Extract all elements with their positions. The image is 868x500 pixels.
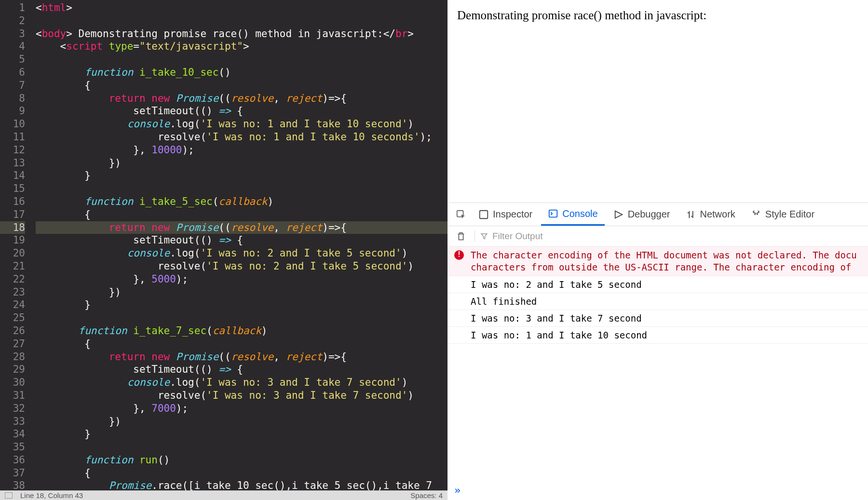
- filter-placeholder: Filter Output: [492, 231, 543, 242]
- code-editor-pane: 1234567891011121314151617181920212223242…: [0, 0, 448, 500]
- code-line[interactable]: }, 10000);: [36, 144, 448, 157]
- editor-area[interactable]: 1234567891011121314151617181920212223242…: [0, 0, 448, 490]
- console-log[interactable]: I was no: 2 and I take 5 second: [448, 276, 868, 293]
- code-line[interactable]: }): [36, 286, 448, 299]
- tab-inspector[interactable]: Inspector: [472, 203, 539, 226]
- devtools-tabbar: Inspector Console Debugger Network Style…: [448, 203, 868, 226]
- code-line[interactable]: {: [36, 338, 448, 351]
- error-icon: !: [454, 250, 464, 260]
- code-line[interactable]: console.log('I was no: 3 and I take 7 se…: [36, 376, 448, 389]
- tab-label: Inspector: [493, 209, 532, 220]
- code-line[interactable]: }): [36, 415, 448, 428]
- tab-label: Debugger: [628, 209, 670, 220]
- code-line[interactable]: resolve('I was no: 1 and I take 10 secon…: [36, 131, 448, 144]
- cursor-position: Line 18, Column 43: [20, 491, 83, 500]
- code-line[interactable]: }: [36, 428, 448, 441]
- console-message-text: I was no: 2 and I take 5 second: [471, 279, 642, 290]
- code-line[interactable]: return new Promise((resolve, reject)=>{: [36, 92, 448, 105]
- code-line[interactable]: {: [36, 467, 448, 480]
- tab-label: Network: [700, 209, 735, 220]
- clear-console-icon[interactable]: [452, 228, 470, 245]
- filter-input[interactable]: Filter Output: [480, 231, 863, 242]
- preview-text: Demonstrating promise race() method in j…: [457, 9, 706, 22]
- prompt-icon: »: [454, 484, 461, 496]
- pick-element-icon[interactable]: [452, 206, 470, 223]
- code-line[interactable]: function i_take_5_sec(callback): [36, 195, 448, 208]
- code-line[interactable]: setTimeout(() => {: [36, 363, 448, 376]
- console-log[interactable]: All finished: [448, 293, 868, 310]
- code-content[interactable]: <html><body> Demonstrating promise race(…: [34, 0, 448, 490]
- divider: [475, 230, 475, 242]
- console-output[interactable]: !The character encoding of the HTML docu…: [448, 246, 868, 480]
- tab-console[interactable]: Console: [541, 203, 604, 226]
- code-line[interactable]: resolve('I was no: 2 and I take 5 second…: [36, 260, 448, 273]
- tab-debugger[interactable]: Debugger: [607, 203, 677, 226]
- code-line[interactable]: function run(): [36, 454, 448, 467]
- console-toolbar: Filter Output: [448, 226, 868, 246]
- console-prompt[interactable]: »: [448, 480, 868, 500]
- code-line[interactable]: [36, 311, 448, 324]
- code-line[interactable]: [36, 182, 448, 195]
- code-line[interactable]: [36, 441, 448, 454]
- code-line[interactable]: return new Promise((resolve, reject)=>{: [36, 351, 448, 364]
- code-line[interactable]: return new Promise((resolve, reject)=>{: [36, 221, 448, 234]
- code-line[interactable]: console.log('I was no: 1 and I take 10 s…: [36, 118, 448, 131]
- code-line[interactable]: }, 7000);: [36, 402, 448, 415]
- console-error[interactable]: !The character encoding of the HTML docu…: [448, 246, 868, 276]
- console-message-text: All finished: [471, 296, 537, 307]
- tab-style-editor[interactable]: Style Editor: [744, 203, 821, 226]
- console-message-text: The character encoding of the HTML docum…: [471, 250, 857, 272]
- code-line[interactable]: <body> Demonstrating promise race() meth…: [36, 27, 448, 41]
- code-line[interactable]: [36, 14, 448, 27]
- code-line[interactable]: }): [36, 157, 448, 170]
- code-line[interactable]: {: [36, 208, 448, 221]
- browser-pane: Demonstrating promise race() method in j…: [448, 0, 868, 500]
- indent-setting[interactable]: Spaces: 4: [410, 491, 443, 500]
- console-message-text: I was no: 3 and I take 7 second: [471, 313, 642, 324]
- console-log[interactable]: I was no: 1 and I take 10 second: [448, 327, 868, 344]
- code-line[interactable]: }: [36, 169, 448, 182]
- code-line[interactable]: }, 5000);: [36, 273, 448, 286]
- code-line[interactable]: }: [36, 298, 448, 311]
- code-line[interactable]: function i_take_10_sec(): [36, 66, 448, 79]
- tab-network[interactable]: Network: [679, 203, 742, 226]
- code-line[interactable]: <script type="text/javascript">: [36, 40, 448, 53]
- code-line[interactable]: {: [36, 79, 448, 92]
- editor-statusbar: Line 18, Column 43 Spaces: 4: [0, 490, 448, 500]
- code-line[interactable]: Promise.race([i_take_10_sec(),i_take_5_s…: [36, 479, 448, 490]
- statusbar-checkbox-icon[interactable]: [5, 492, 13, 499]
- devtools-panel: Inspector Console Debugger Network Style…: [448, 203, 868, 500]
- page-preview: Demonstrating promise race() method in j…: [448, 0, 868, 203]
- code-line[interactable]: resolve('I was no: 3 and I take 7 second…: [36, 389, 448, 402]
- code-line[interactable]: console.log('I was no: 2 and I take 5 se…: [36, 247, 448, 260]
- code-line[interactable]: <html>: [36, 1, 448, 14]
- console-log[interactable]: I was no: 3 and I take 7 second: [448, 310, 868, 327]
- tab-label: Console: [562, 208, 597, 219]
- code-line[interactable]: setTimeout(() => {: [36, 105, 448, 118]
- svg-rect-1: [480, 210, 488, 218]
- tab-label: Style Editor: [765, 209, 814, 220]
- code-line[interactable]: [36, 53, 448, 66]
- code-line[interactable]: setTimeout(() => {: [36, 234, 448, 247]
- console-message-text: I was no: 1 and I take 10 second: [471, 330, 647, 340]
- svg-rect-2: [549, 210, 557, 217]
- line-number-gutter[interactable]: 1234567891011121314151617181920212223242…: [0, 0, 34, 490]
- code-line[interactable]: function i_take_7_sec(callback): [36, 324, 448, 338]
